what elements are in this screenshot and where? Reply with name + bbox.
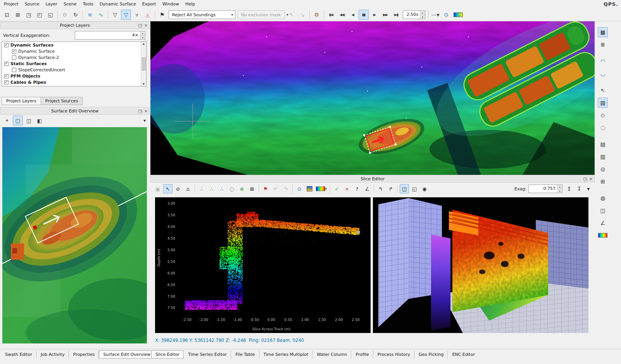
- export-points-icon[interactable]: ◳: [24, 10, 34, 20]
- menu-tools[interactable]: Tools: [80, 0, 97, 9]
- spin-down-icon[interactable]: ▾: [420, 15, 425, 19]
- depth-gradient-icon[interactable]: [305, 184, 314, 193]
- exag-spinner[interactable]: 0.757 ▴▾: [528, 185, 562, 193]
- layer-static-surfaces[interactable]: Static Surfaces: [2, 60, 140, 67]
- step-back-button[interactable]: ◀: [348, 10, 358, 20]
- tab-project-sources[interactable]: Project Sources: [41, 97, 83, 105]
- menu-help[interactable]: Help: [182, 0, 198, 9]
- layer-cables-pipes[interactable]: Cables & Pipes: [2, 79, 140, 85]
- menu-project[interactable]: Project: [1, 0, 22, 9]
- layer-dynamic-surfaces[interactable]: Dynamic Surfaces: [2, 42, 140, 48]
- exclusion-mask-dropdown[interactable]: No exclusion mask ▾: [238, 10, 285, 19]
- split-view-icon[interactable]: ◫: [24, 116, 34, 126]
- tab-profile[interactable]: Profile: [351, 350, 373, 359]
- tab-slice-editor[interactable]: Slice Editor: [151, 350, 184, 359]
- colormap-button[interactable]: [452, 10, 464, 20]
- slice-colormap-dropdown[interactable]: ▾: [315, 184, 328, 193]
- pointer-tool-icon[interactable]: ↖: [598, 85, 608, 95]
- point-info-icon[interactable]: ⊙: [295, 184, 304, 193]
- spin-down-icon[interactable]: ▾: [557, 189, 562, 193]
- lock-selection-icon[interactable]: ⊠: [247, 184, 257, 193]
- save-icon[interactable]: ▣: [153, 184, 162, 193]
- view-layout-icon[interactable]: ◱: [410, 184, 419, 193]
- slice-tool-icon[interactable]: ◫: [598, 205, 608, 216]
- scroll-down-icon[interactable]: ▼: [143, 83, 145, 86]
- spin-up-icon[interactable]: ▴: [140, 31, 145, 36]
- point-table-icon[interactable]: ▦: [598, 27, 608, 37]
- zoom-extent-icon[interactable]: ⊞: [13, 10, 23, 20]
- menu-export[interactable]: Export: [139, 0, 159, 9]
- select-accept-icon[interactable]: ✓: [332, 184, 342, 193]
- close-panel-icon[interactable]: ×: [144, 23, 148, 28]
- accept-area-icon[interactable]: ↖: [286, 10, 297, 20]
- transfer-file-icon[interactable]: ◱: [45, 10, 55, 20]
- point-highlight-icon[interactable]: ⊙: [441, 10, 451, 20]
- slice-style-dropdown[interactable]: ⋯▾: [430, 10, 440, 20]
- tab-surface-edit-overview[interactable]: Surface Edit Overview: [99, 350, 155, 359]
- layer-checkbox[interactable]: [12, 49, 16, 53]
- flag-pick-icon[interactable]: ⚑: [261, 184, 270, 193]
- reject-mode-dropdown[interactable]: Reject All Soundings ▾: [169, 10, 235, 19]
- layer-dynamic-surface[interactable]: Dynamic Surface: [2, 48, 140, 54]
- scroll-thumb[interactable]: [142, 57, 146, 71]
- float-panel-icon[interactable]: ◳: [138, 109, 142, 114]
- target-marker-icon[interactable]: ◎: [598, 164, 608, 174]
- collapse-toolbar-icon[interactable]: ▾: [585, 185, 592, 193]
- swath-beams-icon[interactable]: ▽: [110, 10, 120, 20]
- histogram-view-icon[interactable]: ▥: [598, 152, 608, 162]
- sv-apply-icon[interactable]: ∿: [96, 10, 106, 20]
- home-icon[interactable]: ⌂: [183, 184, 193, 193]
- reprocess-icon[interactable]: ↻: [71, 10, 81, 20]
- rewind-button[interactable]: ◀◀: [337, 10, 347, 20]
- add-grid-icon[interactable]: ⊞: [598, 176, 608, 186]
- tab-time-series-editor[interactable]: Time Series Editor: [184, 350, 231, 359]
- box-select-icon[interactable]: ▢: [13, 116, 23, 126]
- accept-scatter-icon[interactable]: ∴: [207, 184, 216, 193]
- zoom-icon[interactable]: ⊘: [173, 184, 183, 193]
- polygon-edit-tool-icon[interactable]: ◇: [598, 110, 608, 120]
- layer-checkbox[interactable]: [4, 43, 9, 47]
- snapshot-icon[interactable]: ◉: [420, 184, 429, 193]
- layer-checkbox[interactable]: [12, 55, 16, 60]
- reject-scatter-icon[interactable]: ∴: [197, 184, 206, 193]
- ellipse-edit-tool-icon[interactable]: ◌: [598, 122, 608, 133]
- close-panel-icon[interactable]: ×: [589, 176, 593, 181]
- swath-view-icon[interactable]: ◠: [598, 56, 608, 66]
- layer-pfm-objects[interactable]: PFM Objects: [2, 73, 140, 79]
- slice-step-up-icon[interactable]: ↥: [565, 185, 573, 193]
- tab-swath-editor[interactable]: Swath Editor: [1, 350, 36, 359]
- slice-3d-view[interactable]: [373, 197, 588, 333]
- close-panel-icon[interactable]: ×: [144, 109, 148, 114]
- rotate-slice-right-icon[interactable]: ↱: [386, 184, 395, 193]
- skip-end-button[interactable]: ▶▮: [391, 10, 401, 20]
- layer-checkbox[interactable]: [4, 80, 9, 85]
- fast-forward-button[interactable]: ▶▶: [380, 10, 390, 20]
- redo-icon[interactable]: ↷: [281, 184, 290, 193]
- zoom-select-icon[interactable]: ⊡: [2, 10, 12, 20]
- slice-scatter-plot[interactable]: [155, 197, 371, 333]
- reject-area-icon[interactable]: ↘: [297, 10, 307, 20]
- undo-icon[interactable]: ↶: [271, 184, 280, 193]
- sv-profile-icon[interactable]: ≋: [85, 10, 95, 20]
- rotate-slice-left-icon[interactable]: ↰: [376, 184, 385, 193]
- playback-interval-spinner[interactable]: 2.50s ▴▾: [403, 10, 425, 19]
- rect-edit-tool-icon[interactable]: ▧: [598, 98, 608, 108]
- tab-water-column[interactable]: Water Column: [312, 350, 351, 359]
- beam-view-icon[interactable]: ◡: [598, 69, 608, 79]
- layer-dynamic-surface-2[interactable]: Dynamic Surface-2: [2, 54, 140, 60]
- spin-up-icon[interactable]: ▴: [420, 11, 425, 15]
- tab-time-series-multiplot[interactable]: Time Series Multiplot: [259, 350, 313, 359]
- menu-window[interactable]: Window: [159, 0, 182, 9]
- tin-surface-icon[interactable]: ◬: [143, 10, 153, 20]
- select-query-icon[interactable]: ?: [352, 184, 362, 193]
- tab-process-history[interactable]: Process History: [373, 350, 414, 359]
- lasso-select-icon[interactable]: ◌: [227, 184, 236, 193]
- swath-narrow-icon[interactable]: ▿: [132, 10, 142, 20]
- recenter-view-icon[interactable]: ⌖: [2, 116, 12, 126]
- pointer-icon[interactable]: ↖: [163, 184, 172, 193]
- compare-view-icon[interactable]: ◧: [34, 116, 45, 126]
- colormap-rail-icon[interactable]: [598, 230, 608, 240]
- float-panel-icon[interactable]: ◳: [138, 23, 142, 28]
- slice-step-down-icon[interactable]: ↧: [575, 185, 583, 193]
- slice-view-icon[interactable]: ◫: [400, 184, 409, 193]
